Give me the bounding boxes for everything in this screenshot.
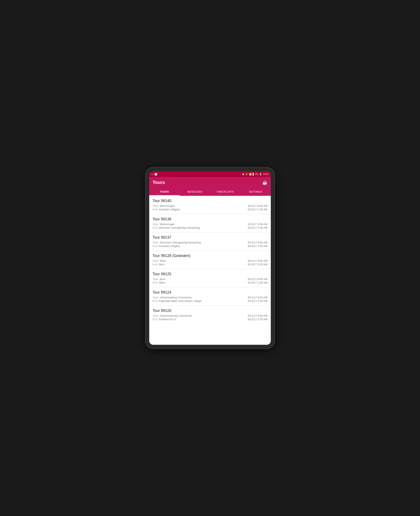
start-label: Start: bbox=[153, 259, 159, 262]
tour-end-row: End:Bern 9/12/17 2:35 AM bbox=[153, 263, 267, 266]
tour-end-row: End:München Untergiesing-Harlaching 9/12… bbox=[153, 226, 267, 229]
tour-start-row: Start:Johannesburg Commercia 9/11/17 8:0… bbox=[153, 296, 267, 299]
tour-end-row: End:Kapstadt Stadt Chris Nissen Village … bbox=[153, 299, 267, 302]
tour-end-time: 9/12/17 2:35 AM bbox=[248, 244, 267, 248]
tour-item[interactable]: Tour 99125 Start:Bern 9/11/17 8:00 AM En… bbox=[149, 269, 271, 287]
tour-list[interactable]: Tour 99140 Start:Memmingen 9/11/17 8:00 … bbox=[149, 196, 271, 345]
tour-start-location: Start:Johannesburg Commercia bbox=[153, 296, 192, 299]
tour-end-row: End:Wien 9/12/17 2:35 AM bbox=[153, 281, 267, 284]
end-label: End: bbox=[153, 281, 158, 284]
tour-item[interactable]: Tour 99120 Start:Johannesburg Commercia … bbox=[149, 306, 271, 324]
tour-start-time: 9/11/17 8:00 AM bbox=[248, 314, 267, 317]
tour-end-location: End:Fairland Ext 4 bbox=[153, 318, 176, 321]
tour-start-time: 9/11/17 8:00 AM bbox=[248, 259, 267, 262]
tour-start-row: Start:Memmingen 9/11/17 8:00 AM bbox=[153, 204, 267, 207]
wifi-icon: 📶 bbox=[249, 173, 252, 176]
app-title: Tours bbox=[153, 180, 165, 185]
clock: 15:01 bbox=[263, 173, 269, 175]
start-label: Start: bbox=[153, 296, 159, 299]
tour-end-location: End:München Untergiesing-Harlaching bbox=[153, 226, 200, 229]
tour-start-time: 9/11/17 8:00 AM bbox=[248, 241, 267, 244]
tour-end-location: End:Kempten (Allgäu) bbox=[153, 208, 180, 211]
status-bar: ▭ ⬜ ◉ 🔇 📶 ▋ 3% 🔋 15:01 bbox=[149, 171, 271, 177]
tour-start-location: Start:München Untergiesing-Harlaching bbox=[153, 241, 201, 244]
tour-start-row: Start:Bern 9/11/17 8:00 AM bbox=[153, 278, 267, 281]
end-label: End: bbox=[153, 226, 158, 229]
end-label: End: bbox=[153, 263, 158, 266]
tour-start-location: Start:Memmingen bbox=[153, 204, 175, 207]
tour-start-row: Start:Memmingen 9/11/17 8:00 AM bbox=[153, 223, 267, 226]
tour-end-location: End:Kempten (Allgäu) bbox=[153, 244, 180, 248]
start-label: Start: bbox=[153, 204, 159, 207]
tour-name: Tour 99120 bbox=[153, 309, 267, 313]
tab-tours[interactable]: TOURS bbox=[149, 188, 180, 196]
tour-end-time: 9/12/17 2:35 AM bbox=[248, 299, 267, 302]
tour-item[interactable]: Tour 99128 (Geändert) Start:Wien 9/11/17… bbox=[149, 251, 271, 269]
tour-start-location: Start:Memmingen bbox=[153, 223, 175, 226]
tour-end-location: End:Wien bbox=[153, 281, 165, 284]
tour-name: Tour 99125 bbox=[153, 272, 267, 276]
battery-icon: 🔋 bbox=[259, 173, 262, 176]
tour-name: Tour 99124 bbox=[153, 290, 267, 295]
tour-name: Tour 99136 bbox=[153, 217, 267, 221]
device-frame: ▭ ⬜ ◉ 🔇 📶 ▋ 3% 🔋 15:01 Tours ☕ TOURS bbox=[145, 168, 275, 348]
tab-bar: TOURS MESSAGES CHECKLISTS SETTINGS bbox=[149, 188, 271, 196]
image-icon: ⬜ bbox=[154, 173, 157, 176]
tour-start-time: 9/11/17 8:00 AM bbox=[248, 278, 267, 281]
tour-end-row: End:Fairland Ext 4 9/12/17 2:35 AM bbox=[153, 318, 267, 321]
tour-start-time: 9/11/17 8:00 AM bbox=[248, 204, 267, 207]
tour-item[interactable]: Tour 99124 Start:Johannesburg Commercia … bbox=[149, 287, 271, 306]
tour-item[interactable]: Tour 99140 Start:Memmingen 9/11/17 8:00 … bbox=[149, 196, 271, 214]
tour-end-time: 9/12/17 2:35 AM bbox=[248, 263, 267, 266]
tour-start-time: 9/11/17 8:00 AM bbox=[248, 296, 267, 299]
location-icon: ◉ bbox=[242, 173, 244, 176]
coffee-icon[interactable]: ☕ bbox=[262, 180, 267, 185]
tab-messages[interactable]: MESSAGES bbox=[180, 188, 210, 196]
tab-checklists[interactable]: CHECKLISTS bbox=[210, 188, 240, 196]
end-label: End: bbox=[153, 299, 158, 302]
start-label: Start: bbox=[153, 223, 159, 226]
app-bar: Tours ☕ bbox=[149, 177, 271, 188]
start-label: Start: bbox=[153, 314, 159, 317]
end-label: End: bbox=[153, 244, 158, 248]
tour-end-time: 9/12/17 2:35 AM bbox=[248, 281, 267, 284]
tour-item[interactable]: Tour 99136 Start:Memmingen 9/11/17 8:00 … bbox=[149, 214, 271, 232]
status-left: ▭ ⬜ bbox=[151, 173, 157, 176]
start-label: Start: bbox=[153, 241, 159, 244]
tour-start-location: Start:Bern bbox=[153, 278, 166, 281]
tour-item[interactable]: Tour 99137 Start:München Untergiesing-Ha… bbox=[149, 232, 271, 251]
tour-start-location: Start:Wien bbox=[153, 259, 166, 262]
tab-settings[interactable]: SETTINGS bbox=[240, 188, 271, 196]
tour-start-row: Start:München Untergiesing-Harlaching 9/… bbox=[153, 241, 267, 244]
tour-start-time: 9/11/17 8:00 AM bbox=[248, 223, 267, 226]
end-label: End: bbox=[153, 318, 158, 321]
battery-level: 3% bbox=[255, 173, 258, 175]
phone-icon: ▭ bbox=[151, 173, 153, 176]
device-screen: ▭ ⬜ ◉ 🔇 📶 ▋ 3% 🔋 15:01 Tours ☕ TOURS bbox=[149, 171, 271, 345]
signal-icon: ▋ bbox=[253, 173, 254, 176]
tour-end-row: End:Kempten (Allgäu) 9/12/17 2:35 AM bbox=[153, 208, 267, 211]
tour-end-row: End:Kempten (Allgäu) 9/12/17 2:35 AM bbox=[153, 244, 267, 248]
tour-start-row: Start:Wien 9/11/17 8:00 AM bbox=[153, 259, 267, 262]
tour-start-location: Start:Johannesburg Commercia bbox=[153, 314, 192, 317]
start-label: Start: bbox=[153, 278, 159, 281]
mute-icon: 🔇 bbox=[245, 173, 248, 176]
tour-end-time: 9/12/17 2:35 AM bbox=[248, 208, 267, 211]
tour-start-row: Start:Johannesburg Commercia 9/11/17 8:0… bbox=[153, 314, 267, 317]
tour-end-location: End:Kapstadt Stadt Chris Nissen Village bbox=[153, 299, 202, 302]
status-right: ◉ 🔇 📶 ▋ 3% 🔋 15:01 bbox=[242, 173, 269, 176]
tour-name: Tour 99137 bbox=[153, 235, 267, 240]
tour-end-location: End:Bern bbox=[153, 263, 165, 266]
tour-name: Tour 99128 (Geändert) bbox=[153, 254, 267, 258]
tour-name: Tour 99140 bbox=[153, 199, 267, 203]
tour-end-time: 9/12/17 2:35 AM bbox=[248, 318, 267, 321]
tour-end-time: 9/12/17 2:35 AM bbox=[248, 226, 267, 229]
end-label: End: bbox=[153, 208, 158, 211]
